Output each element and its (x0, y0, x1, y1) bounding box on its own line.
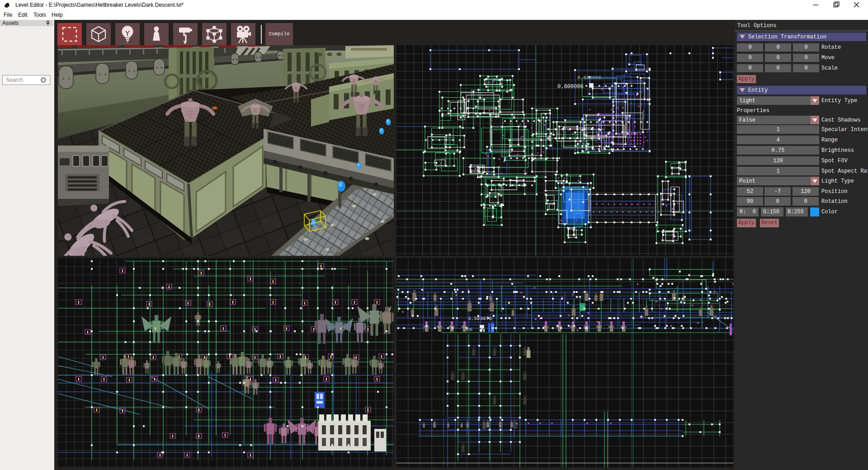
svg-text:0.600006: 0.600006 (557, 84, 584, 90)
